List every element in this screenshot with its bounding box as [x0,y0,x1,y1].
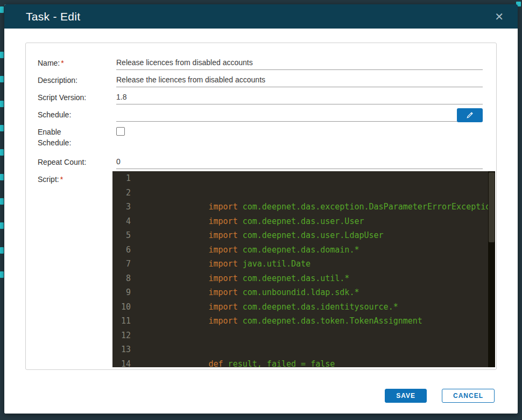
background-app-icon [0,76,4,82]
schedule-input[interactable] [116,107,483,122]
background-app-icon [0,174,4,180]
form-row-repeat-count: Repeat Count: [38,154,483,169]
code-line: 10 import com.deepnet.das.identitysource… [112,300,495,314]
modal-body: Name:* Description: Script Version: [4,29,518,414]
code-line: 7 import java.util.Date [112,257,495,271]
name-input[interactable] [116,55,483,70]
editor-scrollbar[interactable] [488,171,495,367]
code-line: 12 [112,328,495,343]
code-line: 3 import com.deepnet.das.exception.DasPa… [112,200,495,214]
form-row-enable-schedule: Enable Schedule: [38,124,483,152]
form-row-schedule: Schedule: [38,107,483,122]
repeat-count-label: Repeat Count: [38,154,116,169]
cancel-button[interactable]: CANCEL [442,389,495,403]
code-line: 1 [112,171,495,186]
code-line: 14 def result, failed = false [112,357,495,368]
required-marker: * [60,175,63,184]
name-label: Name:* [38,55,116,70]
form-row-name: Name:* [38,55,483,70]
background-app-icon [0,271,4,278]
modal-header: Task - Edit ✕ [4,4,518,29]
script-label: Script:* [38,171,116,367]
form-row-script: Script:* 123 import com.deepnet.das.exce… [38,171,483,367]
repeat-count-input[interactable] [116,154,483,169]
background-app-icon [0,247,4,254]
description-input[interactable] [116,72,483,87]
close-icon[interactable]: ✕ [492,10,506,23]
enable-schedule-checkbox[interactable] [116,127,125,136]
code-line: 13 [112,342,495,357]
script-code-editor[interactable]: 123 import com.deepnet.das.exception.Das… [112,171,495,367]
code-line: 5 import com.deepnet.das.user.LdapUser [112,228,495,243]
code-line: 6 import com.deepnet.das.domain.* [112,243,495,257]
background-app-icon [0,52,4,58]
description-label: Description: [38,72,116,87]
schedule-label: Schedule: [38,107,116,122]
background-app-icon [0,101,4,107]
enable-schedule-label: Enable Schedule: [38,124,116,152]
pencil-icon [466,111,474,119]
script-version-input[interactable] [116,89,483,104]
code-line: 2 [112,186,495,200]
background-app-icon [0,198,4,205]
modal-footer: SAVE CANCEL [385,389,495,403]
code-line: 8 import com.deepnet.das.util.* [112,271,495,286]
task-form-panel: Name:* Description: Script Version: [25,43,497,370]
code-line: 9 import com.unboundid.ldap.sdk.* [112,285,495,300]
background-app-icon [0,6,4,13]
modal-title: Task - Edit [26,10,492,23]
required-marker: * [61,59,64,67]
background-app-icon [0,222,4,229]
code-line: 4 import com.deepnet.das.user.User [112,214,495,229]
code-lines: 123 import com.deepnet.das.exception.Das… [112,171,495,367]
code-line: 11 import com.deepnet.das.token.TokenAss… [112,314,495,328]
background-app-icon [0,149,4,156]
form-row-description: Description: [38,72,483,87]
task-edit-modal: Task - Edit ✕ Name:* Description: Script… [4,4,518,414]
save-button[interactable]: SAVE [385,389,427,403]
schedule-edit-button[interactable] [457,108,483,122]
script-version-label: Script Version: [38,89,116,104]
form-row-script-version: Script Version: [38,89,483,104]
editor-scrollbar-thumb[interactable] [489,172,495,242]
background-app-icon [0,125,4,131]
